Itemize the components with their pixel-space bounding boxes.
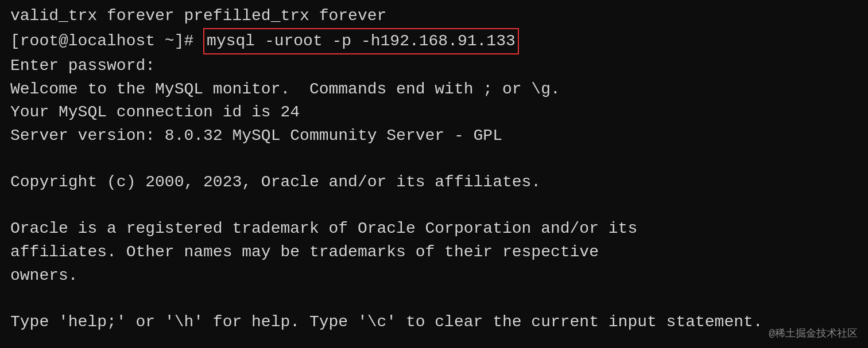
enter-password-line: Enter password: <box>10 54 858 78</box>
blank-line-2 <box>10 194 858 218</box>
welcome-line: Welcome to the MySQL monitor. Commands e… <box>10 78 858 101</box>
copyright-line: Copyright (c) 2000, 2023, Oracle and/or … <box>10 171 858 194</box>
server-version-text: Server version: 8.0.32 MySQL Community S… <box>10 124 502 148</box>
welcome-text: Welcome to the MySQL monitor. Commands e… <box>10 78 560 101</box>
terminal-window: valid_trx forever prefilled_trx forever … <box>0 0 868 348</box>
blank-line-1 <box>10 148 858 171</box>
blank-line-4 <box>10 334 858 348</box>
oracle-text-2: affiliates. Other names may be trademark… <box>10 241 599 264</box>
watermark: @稀土掘金技术社区 <box>769 326 858 340</box>
connection-id-text: Your MySQL connection id is 24 <box>10 101 300 124</box>
oracle-text-1: Oracle is a registered trademark of Orac… <box>10 217 637 241</box>
oracle-line-2: affiliates. Other names may be trademark… <box>10 241 858 264</box>
type-help-line: Type 'help;' or '\h' for help. Type '\c'… <box>10 311 858 334</box>
copyright-text: Copyright (c) 2000, 2023, Oracle and/or … <box>10 171 541 194</box>
mysql-command: mysql -uroot -p -h192.168.91.133 <box>203 28 519 55</box>
prompt-line: [root@localhost ~]# mysql -uroot -p -h19… <box>10 28 858 55</box>
type-help-text: Type 'help;' or '\h' for help. Type '\c'… <box>10 311 763 334</box>
oracle-line-1: Oracle is a registered trademark of Orac… <box>10 217 858 241</box>
top-partial-text: valid_trx forever prefilled_trx forever <box>10 5 386 28</box>
oracle-text-3: owners. <box>10 264 78 288</box>
server-version-line: Server version: 8.0.32 MySQL Community S… <box>10 124 858 148</box>
connection-id-line: Your MySQL connection id is 24 <box>10 101 858 124</box>
prompt-text: [root@localhost ~]# <box>10 30 193 53</box>
enter-password-text: Enter password: <box>10 54 155 78</box>
blank-line-3 <box>10 287 858 311</box>
oracle-line-3: owners. <box>10 264 858 288</box>
prompt-space <box>193 30 203 53</box>
top-partial-line: valid_trx forever prefilled_trx forever <box>10 5 858 28</box>
